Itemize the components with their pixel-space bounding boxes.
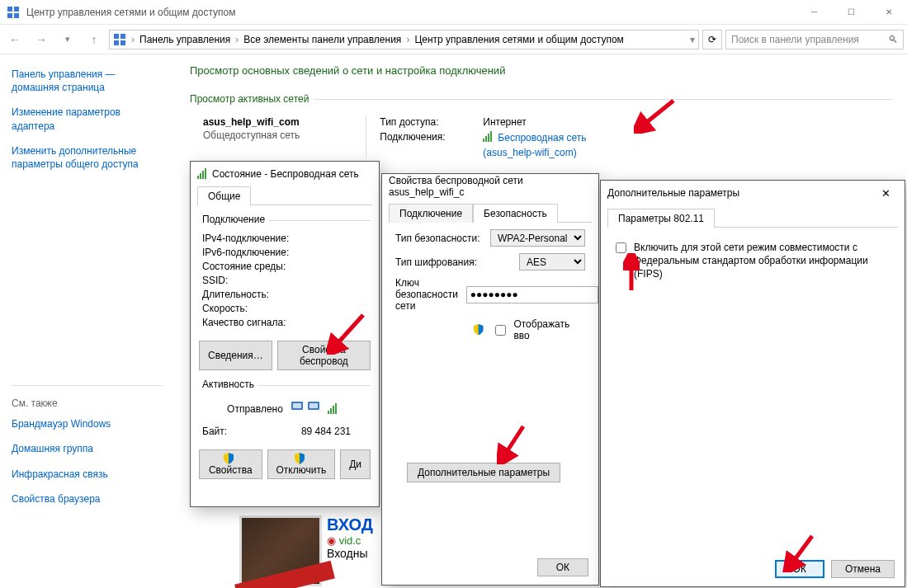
history-dropdown[interactable]: ▾	[56, 28, 79, 51]
sent-label: Отправлено	[227, 403, 283, 415]
ok-button[interactable]: ОК	[537, 558, 588, 576]
disable-button[interactable]: Отключить	[267, 449, 336, 479]
bytes-label: Байт:	[202, 426, 260, 437]
tab-connection[interactable]: Подключение	[389, 204, 473, 223]
svg-rect-17	[293, 403, 301, 408]
back-button[interactable]: ←	[3, 28, 26, 51]
encryption-select[interactable]: AES	[519, 253, 585, 270]
shield-icon	[223, 453, 234, 464]
wifi-signal-icon	[483, 131, 494, 143]
breadcrumb[interactable]: › Панель управления › Все элементы панел…	[109, 30, 699, 49]
encryption-label: Тип шифрования:	[395, 256, 511, 268]
search-input[interactable]: Поиск в панели управления 🔍︎	[725, 30, 904, 49]
duration-label: Длительность:	[202, 289, 322, 300]
sidebar-adapter-settings[interactable]: Изменение параметров адаптера	[12, 106, 163, 132]
netshare-icon	[113, 33, 126, 46]
tab-80211[interactable]: Параметры 802.11	[607, 209, 715, 228]
up-button[interactable]: ↑	[83, 28, 106, 51]
ok-button[interactable]: ОК	[775, 560, 824, 578]
breadcrumb-seg3[interactable]: Центр управления сетями и общим доступом	[414, 34, 624, 45]
svg-rect-23	[335, 403, 337, 414]
ssid-label: SSID:	[202, 275, 322, 286]
group-connection: Подключение	[199, 214, 268, 225]
breadcrumb-seg2[interactable]: Все элементы панели управления	[243, 34, 401, 45]
key-label: Ключ безопасности сети	[395, 277, 458, 312]
svg-rect-2	[7, 13, 12, 18]
wifi-signal-icon	[328, 403, 339, 415]
dialog-advanced-params: Дополнительные параметры ✕ Параметры 802…	[600, 180, 905, 587]
svg-rect-14	[202, 171, 204, 179]
svg-rect-20	[328, 411, 329, 414]
netshare-icon	[7, 6, 20, 19]
show-chars-checkbox[interactable]	[495, 325, 506, 336]
fips-checkbox[interactable]	[616, 242, 626, 253]
svg-rect-11	[490, 131, 492, 142]
sidebar-sharing-settings[interactable]: Изменить дополнительные параметры общего…	[12, 144, 163, 171]
svg-rect-1	[14, 7, 19, 12]
sidebar-homegroup[interactable]: Домашняя группа	[12, 442, 163, 455]
dialog-title: Состояние - Беспроводная сеть	[212, 168, 372, 180]
sidebar-browser-props[interactable]: Свойства браузера	[12, 492, 163, 506]
page-heading: Просмотр основных сведений о сети и наст…	[190, 64, 892, 77]
search-icon: 🔍︎	[888, 34, 898, 45]
svg-rect-19	[309, 403, 318, 408]
wifi-signal-icon	[197, 168, 209, 180]
connection-sub: (asus_help-wifi_com)	[483, 147, 586, 158]
security-type-label: Тип безопасности:	[395, 233, 482, 244]
connections-label: Подключения:	[380, 131, 458, 143]
close-icon[interactable]: ✕	[873, 187, 898, 200]
ad-title[interactable]: ВХОД	[327, 515, 373, 534]
details-button[interactable]: Сведения…	[199, 341, 272, 370]
maximize-button[interactable]: ☐	[833, 0, 870, 25]
shield-icon	[473, 324, 484, 336]
cancel-button[interactable]: Отмена	[831, 560, 895, 578]
sidebar-home[interactable]: Панель управления — домашняя страница	[12, 68, 163, 94]
svg-rect-5	[120, 34, 125, 39]
svg-rect-22	[333, 406, 334, 414]
signal-label: Качество сигнала:	[202, 317, 322, 328]
chevron-right-icon: ›	[403, 34, 413, 45]
dialog-connection-status: Состояние - Беспроводная сеть Общие Подк…	[190, 161, 380, 507]
network-name: asus_help_wifi_com	[203, 116, 300, 128]
svg-rect-3	[14, 13, 19, 18]
chevron-down-icon[interactable]: ▾	[690, 34, 695, 45]
properties-button[interactable]: Свойства	[199, 449, 262, 479]
network-type: Общедоступная сеть	[203, 129, 300, 141]
advanced-params-button[interactable]: Дополнительные параметры	[407, 463, 560, 482]
connection-link[interactable]: Беспроводная сеть	[483, 131, 586, 143]
group-activity: Активность	[199, 379, 257, 390]
close-button[interactable]: ✕	[870, 0, 907, 25]
sidebar-firewall[interactable]: Брандмауэр Windows	[12, 417, 163, 430]
ad-banner: ВХОД ◉ vid.c Входны	[239, 515, 373, 586]
fips-label: Включить для этой сети режим совместимос…	[634, 241, 893, 281]
active-networks-title: Просмотр активных сетей	[190, 93, 892, 105]
refresh-button[interactable]: ⟳	[702, 30, 722, 49]
speed-label: Скорость:	[202, 303, 322, 314]
svg-rect-21	[330, 408, 332, 414]
svg-rect-8	[483, 139, 484, 142]
tab-security[interactable]: Безопасность	[473, 204, 558, 223]
window-titlebar: Центр управления сетями и общим доступом…	[0, 0, 907, 25]
access-label: Тип доступа:	[380, 116, 458, 128]
show-chars-label: Отображать вво	[513, 318, 585, 341]
tab-general[interactable]: Общие	[197, 186, 251, 205]
wireless-props-button[interactable]: Свойства беспровод	[277, 341, 371, 370]
ad-image	[239, 515, 322, 586]
ad-desc: Входны	[327, 547, 373, 560]
access-value: Интернет	[483, 116, 526, 128]
computers-icon	[291, 398, 319, 419]
key-input[interactable]	[466, 286, 598, 303]
window-title: Центр управления сетями и общим доступом	[26, 7, 796, 18]
minimize-button[interactable]: ─	[796, 0, 833, 25]
svg-rect-7	[120, 40, 125, 45]
security-type-select[interactable]: WPA2-Personal	[490, 229, 585, 247]
dialog-title: Дополнительные параметры	[607, 187, 873, 199]
ipv6-label: IPv6-подключение:	[202, 247, 322, 258]
sidebar: Панель управления — домашняя страница Из…	[0, 54, 175, 588]
forward-button[interactable]: →	[30, 28, 53, 51]
chevron-right-icon: ›	[128, 34, 138, 45]
breadcrumb-seg1[interactable]: Панель управления	[139, 34, 230, 45]
sidebar-infrared[interactable]: Инфракрасная связь	[12, 468, 163, 481]
shield-icon	[294, 453, 305, 464]
diagnose-button[interactable]: Ди	[340, 449, 371, 479]
